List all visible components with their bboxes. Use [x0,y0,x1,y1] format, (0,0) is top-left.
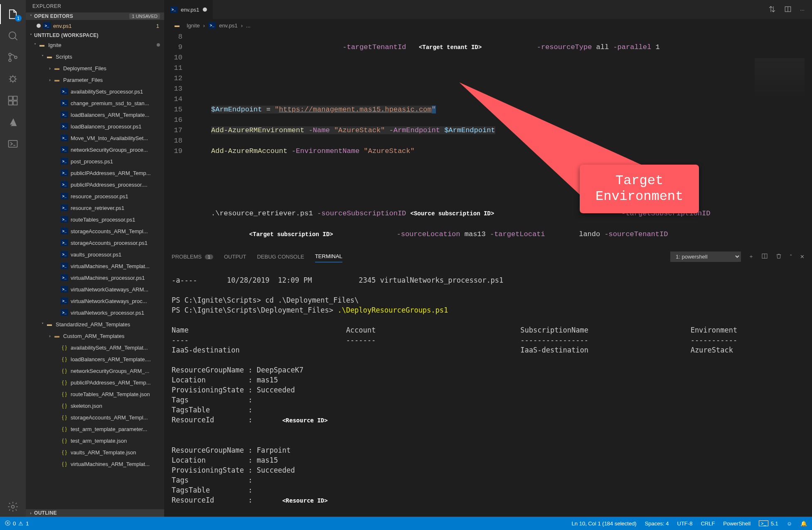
activity-debug-icon[interactable] [0,69,26,89]
compare-icon[interactable] [768,5,776,14]
activity-extensions-icon[interactable] [0,91,26,111]
powershell-file-icon: >_ [43,22,51,29]
json-file-icon: { } [61,449,68,456]
tree-file[interactable]: >_publicIPAddresses_ARM_Temp... [26,167,164,179]
svg-point-4 [10,76,15,81]
svg-rect-7 [13,101,17,105]
status-ps-version[interactable]: >_ 5.1 [759,520,778,527]
tab-terminal[interactable]: TERMINAL [315,251,342,262]
tree-file[interactable]: { }availabilitySets_ARM_Templat... [26,342,164,353]
outline-header[interactable]: › OUTLINE [26,509,164,517]
kill-terminal-icon[interactable] [775,253,782,261]
tree-folder[interactable]: ›▬Custom_ARM_Templates [26,330,164,342]
open-editors-header[interactable]: ˅ OPEN EDITORS 1 UNSAVED [26,12,164,20]
breadcrumbs[interactable]: ▬ Ignite› >_ env.ps1› ... [164,19,812,32]
split-editor-icon[interactable] [784,5,792,14]
maximize-panel-icon[interactable]: ˄ [790,254,792,260]
tree-file[interactable]: >_routeTables_processor.ps1 [26,214,164,225]
file-tree[interactable]: ˅▬Ignite˅▬Scripts›▬Deployment_Files›▬Par… [26,39,164,509]
terminal-selector[interactable]: 1: powershell [670,251,741,262]
tree-file[interactable]: { }test_arm_template_parameter... [26,423,164,435]
tree-file[interactable]: >_virtualNetworkGateways_ARM... [26,283,164,295]
status-eol[interactable]: CRLF [701,520,715,527]
tree-file[interactable]: >_post_process.ps1 [26,155,164,167]
tree-file[interactable]: { }skeleton.json [26,400,164,412]
svg-rect-5 [9,96,12,100]
chevron-down-icon: ˅ [27,33,34,38]
tree-file[interactable]: >_loadBalancers_ARM_Template... [26,109,164,121]
tree-file[interactable]: >_vaults_processor.ps1 [26,249,164,260]
tab-debug-console[interactable]: DEBUG CONSOLE [257,251,304,262]
tree-file[interactable]: >_availabilitySets_processor.ps1 [26,86,164,97]
activity-scm-icon[interactable] [0,47,26,67]
tree-file[interactable]: >_virtualNetworks_processor.ps1 [26,307,164,318]
tab-problems[interactable]: PROBLEMS 1 [172,251,213,262]
tree-file[interactable]: { }publicIPAddresses_ARM_Temp... [26,377,164,388]
terminal-content[interactable]: -a---- 10/28/2019 12:09 PM 2345 virtualN… [164,265,812,517]
svg-rect-6 [9,101,12,105]
tree-file[interactable]: >_publicIPAddresses_processor.... [26,179,164,190]
activity-search-icon[interactable] [0,26,26,46]
editor-body[interactable]: 8910111213141516171819 -targetTenantId <… [164,32,812,247]
tree-file[interactable]: >_virtualMachines_processor.ps1 [26,272,164,283]
tree-file[interactable]: { }test_arm_template.json [26,435,164,446]
tree-folder[interactable]: ˅▬Standardized_ARM_Templates [26,318,164,330]
status-indent[interactable]: Spaces: 4 [645,520,669,527]
tree-file[interactable]: { }storageAccounts_ARM_Templ... [26,412,164,423]
tree-file[interactable]: >_storageAccounts_ARM_Templ... [26,225,164,237]
tree-file[interactable]: { }vaults_ARM_Template.json [26,446,164,458]
activity-explorer-icon[interactable]: 1 [0,4,26,24]
tree-file[interactable]: >_change_premium_ssd_to_stan... [26,97,164,109]
tree-folder[interactable]: ›▬Deployment_Files [26,62,164,74]
folder-icon: ▬ [38,41,46,49]
tree-folder[interactable]: ˅▬Ignite [26,39,164,51]
tree-folder[interactable]: ›▬Parameter_Files [26,74,164,86]
activity-settings-icon[interactable] [0,497,26,517]
close-panel-icon[interactable]: ✕ [800,254,805,260]
powershell-file-icon: >_ [61,135,68,141]
powershell-file-icon: >_ [61,170,68,176]
status-encoding[interactable]: UTF-8 [677,520,693,527]
tree-file[interactable]: >_loadBalancers_processor.ps1 [26,121,164,132]
powershell-file-icon: >_ [61,228,68,234]
tree-file[interactable]: >_virtualNetworkGateways_proc... [26,295,164,307]
open-editor-item[interactable]: >_ env.ps1 1 [26,20,164,32]
code-content[interactable]: -targetTenantId <Target tenant ID> -reso… [190,32,812,247]
json-file-icon: { } [61,344,68,351]
tree-file[interactable]: >_resource_retriever.ps1 [26,202,164,214]
tree-file[interactable]: { }networkSecurityGroups_ARM_... [26,365,164,377]
tree-folder[interactable]: ˅▬Scripts [26,51,164,62]
tree-file[interactable]: >_virtualMachines_ARM_Templat... [26,260,164,272]
json-file-icon: { } [61,390,68,398]
tree-file[interactable]: { }virtualMachines_ARM_Templat... [26,458,164,470]
tab-env-ps1[interactable]: >_ env.ps1 [164,0,213,19]
status-errors[interactable]: ⓧ 0 ⚠ 1 [5,520,29,527]
powershell-file-icon: >_ [61,263,68,269]
side-panel: EXPLORER ˅ OPEN EDITORS 1 UNSAVED >_ env… [26,0,164,517]
more-icon[interactable]: ··· [800,7,805,13]
json-file-icon: { } [61,355,68,363]
tree-file[interactable]: >_resource_processor.ps1 [26,190,164,202]
tree-file[interactable]: >_Move_VM_Into_AvailabilitySet... [26,132,164,144]
status-notifications-icon[interactable]: 🔔 [800,520,807,527]
new-terminal-icon[interactable]: ＋ [748,253,754,260]
activity-azure-icon[interactable] [0,112,26,132]
tree-file[interactable]: >_storageAccounts_processor.ps1 [26,237,164,249]
powershell-file-icon: >_ [61,146,68,153]
json-file-icon: { } [61,379,68,386]
tree-file[interactable]: { }routeTables_ARM_Template.json [26,388,164,400]
folder-icon: ▬ [46,320,53,328]
tree-file[interactable]: >_networkSecurityGroups_proce... [26,144,164,155]
minimap[interactable] [755,58,805,100]
tree-file[interactable]: { }loadBalancers_ARM_Template.... [26,353,164,365]
tab-output[interactable]: OUTPUT [224,251,246,262]
status-feedback-icon[interactable]: ☺ [787,520,792,527]
status-language[interactable]: PowerShell [723,520,750,527]
split-terminal-icon[interactable] [761,253,768,261]
powershell-file-icon: >_ [61,216,68,223]
powershell-file-icon: >_ [61,111,68,118]
status-cursor-pos[interactable]: Ln 10, Col 1 (184 selected) [572,520,637,527]
activity-powershell-icon[interactable] [0,134,26,154]
workspace-header[interactable]: ˅ UNTITLED (WORKSPACE) [26,32,164,39]
json-file-icon: { } [61,425,68,433]
